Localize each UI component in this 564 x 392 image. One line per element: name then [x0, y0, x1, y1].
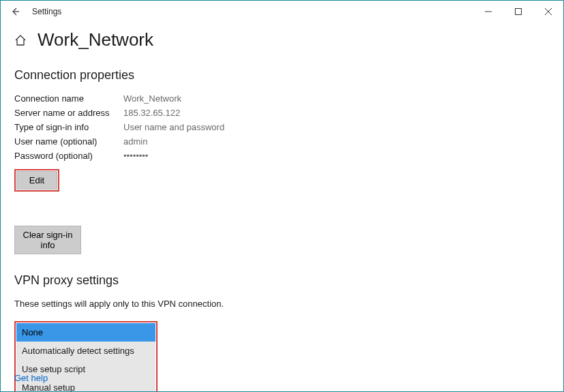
prop-row-password: Password (optional) •••••••• — [14, 151, 550, 161]
window-controls — [473, 1, 563, 22]
edit-button-highlight: Edit — [14, 169, 59, 192]
prop-value: Work_Network — [123, 93, 181, 104]
connection-properties: Connection name Work_Network Server name… — [14, 93, 550, 161]
minimize-button[interactable] — [473, 1, 503, 22]
prop-value: admin — [123, 136, 147, 147]
get-help-link[interactable]: Get help — [14, 373, 48, 383]
title-bar: Settings — [1, 1, 563, 22]
prop-label: Password (optional) — [14, 151, 123, 161]
edit-button[interactable]: Edit — [16, 171, 57, 190]
page-header: Work_Network — [14, 29, 550, 50]
prop-label: Type of sign-in info — [14, 122, 123, 132]
prop-label: User name (optional) — [14, 136, 123, 147]
prop-label: Connection name — [14, 93, 123, 104]
prop-value: 185.32.65.122 — [123, 108, 180, 118]
vpn-proxy-description: These settings will apply only to this V… — [14, 299, 550, 309]
maximize-button[interactable] — [503, 1, 533, 22]
connection-properties-heading: Connection properties — [14, 68, 550, 82]
prop-row-connection-name: Connection name Work_Network — [14, 93, 550, 104]
prop-value: User name and password — [123, 122, 224, 132]
back-icon[interactable] — [10, 7, 20, 16]
prop-label: Server name or address — [14, 108, 123, 118]
window-title: Settings — [32, 7, 61, 16]
prop-row-signin-type: Type of sign-in info User name and passw… — [14, 122, 550, 132]
prop-row-server: Server name or address 185.32.65.122 — [14, 108, 550, 118]
close-button[interactable] — [533, 1, 563, 22]
clear-signin-button[interactable]: Clear sign-in info — [14, 226, 81, 254]
prop-value: •••••••• — [123, 151, 148, 161]
proxy-option-none[interactable]: None — [16, 323, 155, 342]
home-icon[interactable] — [14, 34, 27, 46]
svg-rect-2 — [516, 9, 522, 15]
proxy-option-auto[interactable]: Automatically detect settings — [16, 342, 155, 360]
prop-row-username: User name (optional) admin — [14, 136, 550, 147]
page-title: Work_Network — [38, 29, 153, 50]
vpn-proxy-heading: VPN proxy settings — [14, 273, 550, 288]
